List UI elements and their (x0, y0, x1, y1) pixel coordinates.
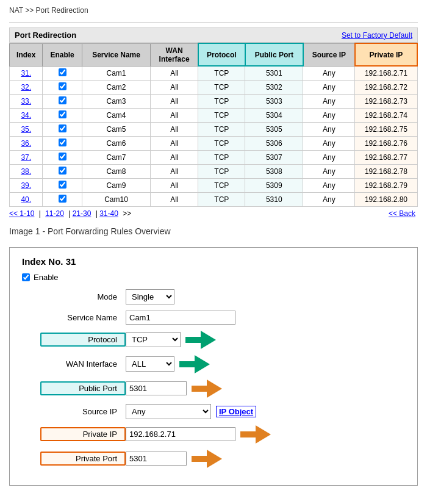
enable-checkbox[interactable] (59, 124, 66, 132)
cell-wan: All (151, 192, 198, 206)
wan-interface-select[interactable]: ALL WAN1 WAN2 (126, 356, 174, 372)
port-redirection-table: Index Enable Service Name WANInterface P… (9, 43, 418, 207)
cell-protocol: TCP (198, 136, 245, 150)
svg-marker-0 (185, 331, 216, 349)
mode-row: Mode Single Range (40, 289, 405, 304)
cell-wan: All (151, 80, 198, 94)
index-link[interactable]: 35. (21, 125, 31, 134)
section-title: Port Redirection (15, 31, 76, 40)
enable-checkbox[interactable] (59, 110, 66, 118)
enable-checkbox[interactable] (59, 153, 66, 160)
service-name-row: Service Name (40, 311, 405, 325)
page-21-30[interactable]: 21-30 (73, 209, 92, 218)
protocol-select[interactable]: TCP UDP TCP/UDP (126, 332, 181, 347)
col-protocol: Protocol (198, 43, 245, 66)
cell-index: 32. (10, 80, 43, 94)
cell-public_port: 5304 (245, 108, 303, 122)
index-link[interactable]: 37. (21, 153, 31, 162)
page-1-10[interactable]: << 1-10 (9, 209, 34, 218)
cell-wan: All (151, 150, 198, 164)
table-row: 32.Cam2AllTCP5302Any192.168.2.72 (10, 80, 418, 94)
cell-index: 37. (10, 150, 43, 164)
enable-checkbox[interactable] (22, 273, 30, 281)
enable-checkbox[interactable] (59, 167, 66, 175)
cell-source_ip: Any (303, 108, 355, 122)
image-caption: Image 1 - Port Forwarding Rules Overview (9, 226, 418, 236)
cell-wan: All (151, 122, 198, 136)
cell-service: Cam10 (82, 192, 151, 206)
svg-marker-1 (179, 355, 210, 373)
index-link[interactable]: 36. (21, 139, 31, 148)
cell-source_ip: Any (303, 136, 355, 150)
factory-default-link[interactable]: Set to Factory Default (342, 31, 412, 40)
cell-index: 31. (10, 66, 43, 80)
index-link[interactable]: 34. (21, 111, 31, 120)
source-ip-control: Any IP Object (126, 404, 256, 419)
enable-checkbox[interactable] (59, 181, 66, 189)
index-link[interactable]: 31. (21, 69, 31, 77)
col-public-port: Public Port (245, 43, 303, 66)
service-name-input[interactable] (126, 311, 235, 325)
wan-interface-row: WAN Interface ALL WAN1 WAN2 (40, 355, 405, 373)
enable-checkbox[interactable] (59, 82, 66, 90)
private-port-control (126, 450, 222, 468)
public-port-input[interactable] (126, 381, 187, 395)
cell-service: Cam2 (82, 80, 151, 94)
page-11-20[interactable]: 11-20 (45, 209, 64, 218)
back-link[interactable]: << Back (389, 209, 415, 218)
enable-checkbox[interactable] (59, 68, 66, 76)
cell-public_port: 5301 (245, 66, 303, 80)
private-ip-row: Private IP (40, 425, 405, 444)
cell-private_ip: 192.168.2.71 (355, 66, 417, 80)
private-port-input[interactable] (126, 452, 187, 466)
table-row: 39.Cam9AllTCP5309Any192.168.2.79 (10, 178, 418, 192)
col-private-ip: Private IP (355, 43, 417, 66)
index-link[interactable]: 32. (21, 83, 31, 92)
orange-arrow-private-port (192, 450, 222, 468)
index-link[interactable]: 39. (21, 181, 31, 190)
svg-marker-4 (192, 450, 222, 468)
service-name-control (126, 311, 235, 325)
cell-private_ip: 192.168.2.79 (355, 178, 417, 192)
cell-public_port: 5310 (245, 192, 303, 206)
source-ip-label: Source IP (40, 407, 126, 416)
page-31-40[interactable]: 31-40 (99, 209, 118, 218)
cell-enable (43, 66, 82, 80)
table-row: 31.Cam1AllTCP5301Any192.168.2.71 (10, 66, 418, 80)
cell-source_ip: Any (303, 94, 355, 108)
cell-protocol: TCP (198, 122, 245, 136)
cell-service: Cam9 (82, 178, 151, 192)
public-port-label: Public Port (40, 381, 126, 395)
table-row: 34.Cam4AllTCP5304Any192.168.2.74 (10, 108, 418, 122)
pagination: << 1-10 | 11-20 | 21-30 | 31-40 >> << Ba… (9, 209, 418, 218)
private-ip-input[interactable] (126, 427, 235, 441)
cell-enable (43, 192, 82, 206)
pagination-right: << Back (389, 209, 418, 218)
index-link[interactable]: 38. (21, 167, 31, 176)
cell-protocol: TCP (198, 80, 245, 94)
cell-index: 35. (10, 122, 43, 136)
enable-checkbox[interactable] (59, 195, 66, 203)
teal-arrow-wan (179, 355, 210, 373)
ip-object-link[interactable]: IP Object (216, 406, 256, 417)
source-ip-select[interactable]: Any (126, 404, 211, 419)
cell-wan: All (151, 94, 198, 108)
cell-private_ip: 192.168.2.78 (355, 164, 417, 178)
index-link[interactable]: 40. (21, 195, 31, 204)
index-link[interactable]: 33. (21, 97, 31, 106)
enable-checkbox[interactable] (59, 139, 66, 146)
enable-checkbox[interactable] (59, 96, 66, 104)
table-row: 35.Cam5AllTCP5305Any192.168.2.75 (10, 122, 418, 136)
public-port-row: Public Port (40, 380, 405, 398)
cell-public_port: 5302 (245, 80, 303, 94)
cell-index: 34. (10, 108, 43, 122)
cell-enable (43, 80, 82, 94)
col-source-ip: Source IP (303, 43, 355, 66)
cell-service: Cam5 (82, 122, 151, 136)
cell-private_ip: 192.168.2.76 (355, 136, 417, 150)
cell-wan: All (151, 108, 198, 122)
enable-row: Enable (22, 273, 405, 282)
svg-marker-3 (240, 425, 271, 444)
cell-protocol: TCP (198, 108, 245, 122)
mode-select[interactable]: Single Range (126, 289, 174, 304)
